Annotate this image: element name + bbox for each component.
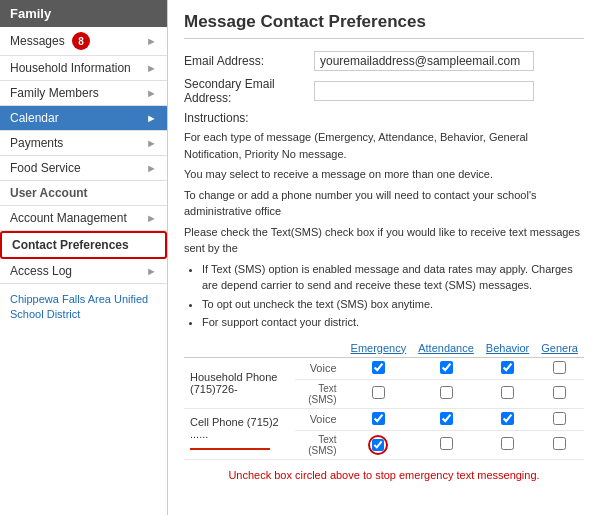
sidebar-item-payments-label: Payments (10, 136, 63, 150)
instructions-para2: You may select to receive a message on m… (184, 166, 584, 183)
email-input[interactable] (314, 51, 534, 71)
instructions-para1: For each type of message (Emergency, Att… (184, 129, 584, 162)
sidebar-item-messages-label: Messages 8 (10, 32, 90, 50)
school-district-link[interactable]: Chippewa Falls Area Unified School Distr… (0, 284, 167, 331)
sidebar-item-payments[interactable]: Payments ► (0, 131, 167, 156)
col-general: Genera (535, 339, 584, 358)
page-title: Message Contact Preferences (184, 12, 584, 39)
checkbox-hh-sms-emergency[interactable] (372, 386, 385, 399)
checkbox-hh-sms-general[interactable] (553, 386, 566, 399)
sidebar-item-contact-preferences[interactable]: Contact Preferences (0, 231, 167, 259)
col-phone (184, 339, 295, 358)
instructions-para3: To change or add a phone number you will… (184, 187, 584, 220)
checkbox-cell-voice-behavior[interactable] (501, 412, 514, 425)
main-content: Message Contact Preferences Email Addres… (168, 0, 600, 515)
circled-note: Uncheck box circled above to stop emerge… (184, 468, 584, 483)
arrow-icon: ► (146, 35, 157, 47)
bullets-list: If Text (SMS) option is enabled message … (184, 261, 584, 331)
messages-badge: 8 (72, 32, 90, 50)
cell-voice-behavior (480, 408, 535, 430)
household-sms-attendance (412, 379, 480, 408)
arrow-icon: ► (146, 112, 157, 124)
cell-voice-emergency (345, 408, 413, 430)
checkbox-cell-sms-behavior[interactable] (501, 437, 514, 450)
cell-sms-type-label: Text (SMS) (295, 430, 344, 459)
instructions-label: Instructions: (184, 111, 584, 125)
cell-voice-type-label: Voice (295, 408, 344, 430)
household-sms-general (535, 379, 584, 408)
sidebar-item-household-label: Household Information (10, 61, 131, 75)
contact-table: Emergency Attendance Behavior Genera Hou… (184, 339, 584, 460)
household-sms-behavior (480, 379, 535, 408)
sidebar-item-food-service[interactable]: Food Service ► (0, 156, 167, 181)
col-type (295, 339, 344, 358)
col-behavior: Behavior (480, 339, 535, 358)
cell-sms-emergency (345, 430, 413, 459)
sidebar-section-header: Family (0, 0, 167, 27)
bullet-3: For support contact your district. (202, 314, 584, 331)
sms-type-label: Text (SMS) (295, 379, 344, 408)
secondary-email-input[interactable] (314, 81, 534, 101)
cell-sms-behavior (480, 430, 535, 459)
email-label: Email Address: (184, 54, 314, 68)
household-voice-general (535, 357, 584, 379)
cell-phone-label: Cell Phone (715)2 ...... (184, 408, 295, 459)
bullet-2: To opt out uncheck the text (SMS) box an… (202, 296, 584, 313)
sidebar-item-access-log[interactable]: Access Log ► (0, 259, 167, 284)
household-voice-attendance (412, 357, 480, 379)
sidebar-item-calendar-label: Calendar (10, 111, 59, 125)
arrow-icon: ► (146, 212, 157, 224)
household-voice-behavior (480, 357, 535, 379)
household-voice-emergency (345, 357, 413, 379)
sms-note: Please check the Text(SMS) check box if … (184, 224, 584, 257)
col-attendance: Attendance (412, 339, 480, 358)
checkbox-hh-sms-attendance[interactable] (440, 386, 453, 399)
checkbox-hh-voice-behavior[interactable] (501, 361, 514, 374)
sidebar-item-account-management-label: Account Management (10, 211, 127, 225)
checkbox-cell-voice-general[interactable] (553, 412, 566, 425)
sidebar-item-access-log-label: Access Log (10, 264, 72, 278)
cell-voice-attendance (412, 408, 480, 430)
arrow-icon: ► (146, 62, 157, 74)
sidebar-item-calendar[interactable]: Calendar ► (0, 106, 167, 131)
checkbox-cell-sms-general[interactable] (553, 437, 566, 450)
arrow-icon: ► (146, 137, 157, 149)
cell-voice-general (535, 408, 584, 430)
secondary-email-row: Secondary Email Address: (184, 77, 584, 105)
cell-sms-attendance (412, 430, 480, 459)
checkbox-cell-voice-emergency[interactable] (372, 412, 385, 425)
checkbox-hh-sms-behavior[interactable] (501, 386, 514, 399)
checkbox-hh-voice-attendance[interactable] (440, 361, 453, 374)
secondary-email-label: Secondary Email Address: (184, 77, 314, 105)
email-row: Email Address: (184, 51, 584, 71)
underline-decoration (190, 448, 270, 450)
sidebar-item-messages[interactable]: Messages 8 ► (0, 27, 167, 56)
arrow-icon: ► (146, 265, 157, 277)
sidebar-section-user-account: User Account (0, 181, 167, 206)
cell-sms-general (535, 430, 584, 459)
arrow-icon: ► (146, 162, 157, 174)
sidebar-item-household[interactable]: Household Information ► (0, 56, 167, 81)
table-row: Household Phone (715)726- Voice (184, 357, 584, 379)
checkbox-cell-voice-attendance[interactable] (440, 412, 453, 425)
bullet-1: If Text (SMS) option is enabled message … (202, 261, 584, 294)
household-phone-label: Household Phone (715)726- (184, 357, 295, 408)
arrow-icon: ► (146, 87, 157, 99)
sidebar-item-food-service-label: Food Service (10, 161, 81, 175)
household-sms-emergency (345, 379, 413, 408)
table-row: Cell Phone (715)2 ...... Voice (184, 408, 584, 430)
checkbox-cell-sms-emergency[interactable] (372, 439, 384, 451)
sidebar-item-family-members-label: Family Members (10, 86, 99, 100)
checkbox-hh-voice-emergency[interactable] (372, 361, 385, 374)
sidebar-item-contact-preferences-label: Contact Preferences (12, 238, 129, 252)
sidebar-item-account-management[interactable]: Account Management ► (0, 206, 167, 231)
sidebar: Family Messages 8 ► Household Informatio… (0, 0, 168, 515)
col-emergency: Emergency (345, 339, 413, 358)
sidebar-item-family-members[interactable]: Family Members ► (0, 81, 167, 106)
voice-type-label: Voice (295, 357, 344, 379)
checkbox-hh-voice-general[interactable] (553, 361, 566, 374)
checkbox-cell-sms-attendance[interactable] (440, 437, 453, 450)
